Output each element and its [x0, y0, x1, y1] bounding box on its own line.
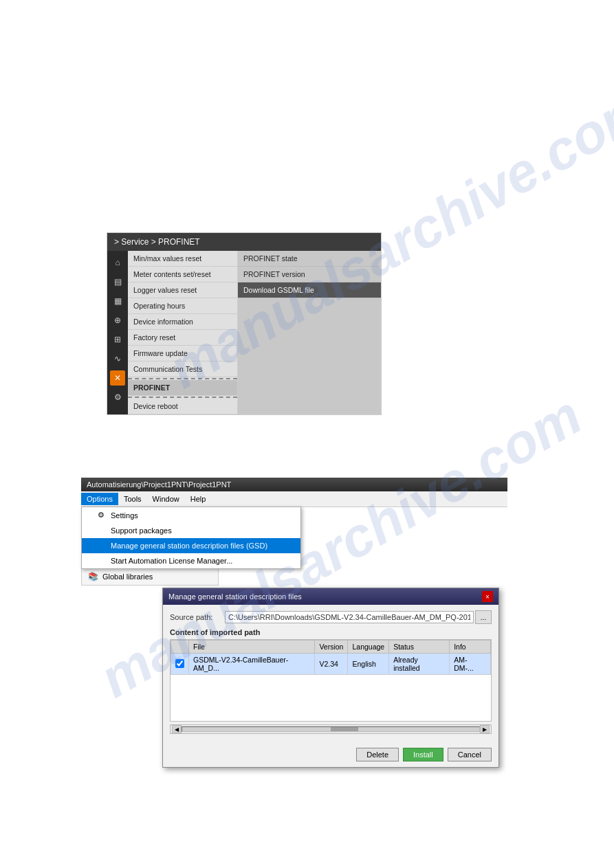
gsd-dialog-title: Manage general station description files: [168, 592, 302, 601]
gsd-footer: Delete Install Cancel: [163, 744, 498, 767]
row-checkbox-cell: [171, 654, 189, 675]
right-item-state[interactable]: PROFINET state: [238, 251, 381, 267]
row-version: V2.34: [315, 654, 348, 675]
row-info: AM-DM-...: [450, 654, 491, 675]
sidebar-icon-gear[interactable]: ⚙: [110, 390, 125, 405]
menu-item-minmax[interactable]: Min/max values reset: [128, 251, 237, 267]
scroll-left-arrow[interactable]: ◀: [172, 725, 182, 733]
service-menu-left: Min/max values reset Meter contents set/…: [128, 251, 238, 414]
tia-title: Automatisierung\Project1PNT\Project1PNT: [87, 480, 231, 489]
gsd-table-body: GSDML-V2.34-CamilleBauer-AM_D... V2.34 E…: [171, 654, 491, 675]
cancel-button[interactable]: Cancel: [448, 748, 492, 761]
right-item-download[interactable]: Download GSDML file: [238, 282, 381, 298]
menu-item-comtest[interactable]: Communication Tests: [128, 361, 237, 377]
dropdown-item-license[interactable]: Start Automation License Manager...: [82, 553, 300, 568]
col-status: Status: [389, 641, 450, 654]
row-checkbox[interactable]: [175, 659, 184, 668]
profinet-breadcrumb: > Service > PROFINET: [114, 237, 200, 247]
scroll-right-arrow[interactable]: ▶: [480, 725, 490, 733]
sidebar-icon-network[interactable]: ⊕: [110, 313, 125, 328]
menu-item-firmware[interactable]: Firmware update: [128, 346, 237, 361]
source-path-row: Source path: ...: [170, 610, 492, 624]
dropdown-item-gsd[interactable]: Manage general station description files…: [82, 538, 300, 553]
scroll-thumb[interactable]: [331, 727, 358, 731]
sidebar-icon-home[interactable]: ⌂: [110, 255, 125, 270]
tia-portal-window: Automatisierung\Project1PNT\Project1PNT …: [81, 478, 507, 507]
gsd-table-scroll: File Version Language Status Info GSDML-…: [170, 639, 492, 722]
sidebar-icon-display[interactable]: ▤: [110, 274, 125, 289]
sidebar-global-libraries[interactable]: 📚 Global libraries: [82, 568, 218, 585]
menu-tools[interactable]: Tools: [118, 493, 147, 505]
row-language: English: [348, 654, 389, 675]
global-libraries-icon: 📚: [87, 571, 98, 582]
menu-item-ophours[interactable]: Operating hours: [128, 298, 237, 314]
content-section-title: Content of imported path: [170, 628, 492, 636]
menu-item-logger[interactable]: Logger values reset: [128, 282, 237, 298]
gsd-table-header: File Version Language Status Info: [171, 641, 491, 654]
options-dropdown: ⚙ Settings Support packages Manage gener…: [81, 507, 301, 569]
gsd-titlebar: Manage general station description files…: [163, 588, 498, 605]
profinet-panel: > Service > PROFINET ⌂ ▤ ▦ ⊕ ⊞ ∿ ✕ ⚙ Min…: [107, 232, 382, 415]
horizontal-scrollbar[interactable]: ◀ ▶: [170, 724, 492, 734]
tia-titlebar: Automatisierung\Project1PNT\Project1PNT: [81, 478, 507, 491]
col-file: File: [189, 641, 315, 654]
sidebar-icons: ⌂ ▤ ▦ ⊕ ⊞ ∿ ✕ ⚙: [107, 251, 128, 414]
col-info: Info: [450, 641, 491, 654]
browse-button[interactable]: ...: [475, 610, 492, 624]
gsd-table: File Version Language Status Info GSDML-…: [171, 640, 491, 675]
menu-help[interactable]: Help: [185, 493, 212, 505]
settings-icon: ⚙: [96, 511, 107, 520]
source-path-input[interactable]: [225, 611, 474, 623]
menu-item-reboot[interactable]: Device reboot: [128, 399, 237, 414]
row-status: Already installed: [389, 654, 450, 675]
menu-item-factory[interactable]: Factory reset: [128, 330, 237, 346]
install-button[interactable]: Install: [403, 748, 443, 761]
profinet-body: ⌂ ▤ ▦ ⊕ ⊞ ∿ ✕ ⚙ Min/max values reset Met…: [107, 251, 381, 414]
col-language: Language: [348, 641, 389, 654]
tia-menubar: Options Tools Window Help: [81, 491, 507, 507]
sidebar-icon-grid[interactable]: ⊞: [110, 332, 125, 347]
scroll-track[interactable]: [182, 726, 480, 732]
gsd-dialog: Manage general station description files…: [162, 588, 499, 768]
menu-item-meter[interactable]: Meter contents set/reset: [128, 267, 237, 282]
table-row[interactable]: GSDML-V2.34-CamilleBauer-AM_D... V2.34 E…: [171, 654, 491, 675]
gsd-body: Source path: ... Content of imported pat…: [163, 605, 498, 744]
menu-item-devinfo[interactable]: Device information: [128, 314, 237, 330]
dropdown-item-support[interactable]: Support packages: [82, 523, 300, 538]
menu-item-profinet[interactable]: PROFINET: [128, 380, 237, 396]
menu-window[interactable]: Window: [147, 493, 185, 505]
right-item-version[interactable]: PROFINET version: [238, 267, 381, 282]
sidebar-icon-tools[interactable]: ✕: [110, 370, 125, 386]
col-checkbox: [171, 641, 189, 654]
sidebar-icon-wave[interactable]: ∿: [110, 351, 125, 366]
source-path-label: Source path:: [170, 613, 225, 621]
gsd-close-button[interactable]: ×: [482, 591, 493, 602]
profinet-header: > Service > PROFINET: [107, 233, 381, 251]
delete-button[interactable]: Delete: [356, 748, 399, 761]
menu-options[interactable]: Options: [81, 493, 118, 505]
row-file: GSDML-V2.34-CamilleBauer-AM_D...: [189, 654, 315, 675]
col-version: Version: [315, 641, 348, 654]
service-menu-right: PROFINET state PROFINET version Download…: [238, 251, 381, 414]
sidebar-icon-chart[interactable]: ▦: [110, 293, 125, 309]
dropdown-item-settings[interactable]: ⚙ Settings: [82, 507, 300, 523]
